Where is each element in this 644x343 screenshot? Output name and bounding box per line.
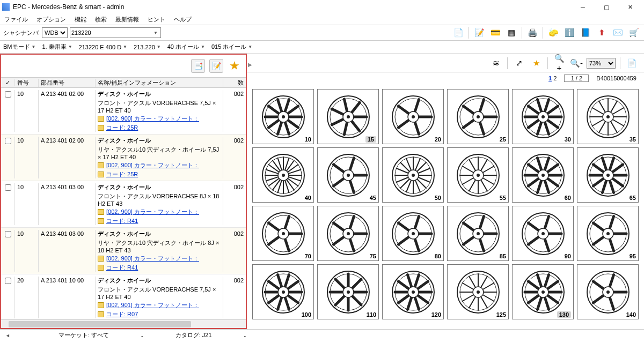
part-name: ディスク・ホイール bbox=[98, 230, 221, 238]
table-row[interactable]: 20A 213 401 10 00ディスク・ホイールフロント・アクスル VORD… bbox=[1, 274, 246, 319]
col-header-desc[interactable]: 名称/補足インフォメーション bbox=[96, 79, 223, 87]
wheel-tile[interactable]: 95 bbox=[577, 206, 639, 261]
favorite-star-icon[interactable]: ★ bbox=[228, 59, 241, 73]
wheel-tile[interactable]: 80 bbox=[382, 206, 444, 261]
wheel-tile[interactable]: 125 bbox=[447, 264, 509, 319]
wheel-tile[interactable]: 70 bbox=[252, 206, 314, 261]
filter-icon[interactable]: ≋ bbox=[489, 56, 503, 70]
menu-hint[interactable]: ヒント bbox=[145, 14, 167, 25]
wheel-tile[interactable]: 110 bbox=[317, 264, 379, 319]
crumb-group[interactable]: 40 ホイール▼ bbox=[167, 43, 205, 51]
wheel-tile[interactable]: 90 bbox=[512, 206, 574, 261]
wheel-tile[interactable]: 20 bbox=[382, 89, 444, 144]
menu-option[interactable]: オプション bbox=[34, 14, 68, 25]
crumb-variant[interactable]: 213.220▼ bbox=[134, 44, 161, 50]
page-icon[interactable]: 📄 bbox=[625, 56, 639, 70]
code-link[interactable]: コード: 25R bbox=[106, 170, 138, 178]
info-icon[interactable]: ℹ️ bbox=[562, 26, 576, 40]
close-button[interactable]: ✕ bbox=[618, 0, 642, 14]
code-link[interactable]: コード: R07 bbox=[106, 310, 138, 318]
row-qty: 002 bbox=[223, 230, 246, 272]
cart-icon[interactable]: 🛒 bbox=[627, 26, 641, 40]
crumb-bmmode[interactable]: BMモード▼ bbox=[3, 43, 35, 51]
col-header-num[interactable]: 番号 bbox=[15, 79, 39, 87]
row-checkbox[interactable] bbox=[5, 278, 11, 284]
wheel-tile[interactable]: 45 bbox=[317, 147, 379, 203]
col-header-part[interactable]: 部品番号 bbox=[39, 79, 96, 87]
wheel-tile[interactable]: 10 bbox=[252, 89, 314, 144]
car-icon[interactable]: ⬆ bbox=[595, 26, 609, 40]
doc-delete-icon[interactable]: 📄 bbox=[451, 26, 465, 40]
wheel-tile[interactable]: 140 bbox=[577, 264, 639, 319]
page-2-link[interactable]: 2 bbox=[553, 75, 557, 81]
code-link[interactable]: コード: 25R bbox=[106, 124, 138, 132]
crumb-subgroup[interactable]: 015 ホイール▼ bbox=[211, 43, 252, 51]
fit-icon[interactable]: ⤢ bbox=[512, 56, 526, 70]
footnote-link[interactable]: [002, 900] カラー・フットノート： bbox=[106, 115, 199, 123]
row-checkbox[interactable] bbox=[5, 184, 11, 191]
menu-file[interactable]: ファイル bbox=[2, 14, 30, 25]
footnote-link[interactable]: [002, 900] カラー・フットノート： bbox=[106, 208, 199, 216]
zoom-out-icon[interactable]: 🔍- bbox=[569, 56, 583, 70]
chassis-prefix-select[interactable]: WDB bbox=[42, 27, 68, 38]
wheel-tile[interactable]: 55 bbox=[447, 147, 509, 203]
wheel-tile[interactable]: 75 bbox=[317, 206, 379, 261]
zoom-in-icon[interactable]: 🔍+ bbox=[552, 56, 566, 70]
horizontal-scrollbar[interactable] bbox=[1, 319, 246, 328]
table-row[interactable]: 10A 213 401 03 00ディスク・ホイールフロント・アクスル VORD… bbox=[1, 181, 246, 228]
card-icon[interactable]: 💳 bbox=[488, 26, 502, 40]
wheel-tile[interactable]: 50 bbox=[382, 147, 444, 203]
wheel-tile[interactable]: 25 bbox=[447, 89, 509, 144]
page-1-link[interactable]: 1 bbox=[548, 75, 552, 81]
menu-function[interactable]: 機能 bbox=[72, 14, 89, 25]
wheel-tile[interactable]: 65 bbox=[577, 147, 639, 203]
wheel-tile[interactable]: 30 bbox=[512, 89, 574, 144]
wheel-tile[interactable]: 40 bbox=[252, 147, 314, 203]
wheel-tile[interactable]: 130 bbox=[512, 264, 574, 319]
note-edit-icon[interactable]: 📝 bbox=[472, 26, 486, 40]
minimize-button[interactable]: ─ bbox=[571, 0, 595, 14]
copy-icon[interactable]: 📑 bbox=[191, 59, 205, 73]
crumb-vehicle-type[interactable]: 1. 乗用車▼ bbox=[42, 43, 72, 51]
svg-point-205 bbox=[477, 232, 480, 235]
maximize-button[interactable]: ▢ bbox=[595, 0, 618, 14]
footnote-link[interactable]: [002, 900] カラー・フットノート： bbox=[106, 255, 199, 263]
code-link[interactable]: コード: R41 bbox=[106, 217, 138, 225]
table-body[interactable]: 10A 213 401 02 00ディスク・ホイールフロント・アクスル VORD… bbox=[1, 88, 246, 319]
eraser-icon[interactable]: 🧽 bbox=[546, 26, 560, 40]
table-row[interactable]: 10A 213 401 02 00ディスク・ホイールリヤ・アクスル10 穴ディス… bbox=[1, 135, 246, 181]
zoom-select[interactable]: 73% bbox=[587, 58, 616, 69]
menu-search[interactable]: 検索 bbox=[93, 14, 109, 25]
wheel-tile[interactable]: 15 bbox=[317, 89, 379, 144]
mail-icon[interactable]: ✉️ bbox=[611, 26, 625, 40]
table-row[interactable]: 10A 213 401 03 00ディスク・ホイールリヤ・アクスル10 穴ディス… bbox=[1, 228, 246, 274]
statusbar-collapse-icon[interactable]: ◄ bbox=[5, 333, 10, 338]
grid-icon[interactable]: ▦ bbox=[504, 26, 518, 40]
row-checkbox[interactable] bbox=[5, 91, 11, 98]
col-header-check[interactable]: ✓ bbox=[1, 79, 15, 86]
wheel-tile[interactable]: 100 bbox=[252, 264, 314, 319]
svg-line-229 bbox=[277, 297, 281, 309]
footnote-link[interactable]: [002, 900] カラー・フットノート： bbox=[106, 161, 199, 169]
wheel-tile[interactable]: 120 bbox=[382, 264, 444, 319]
footnote-link[interactable]: [002, 901] カラー・フットノート： bbox=[106, 301, 199, 309]
crumb-model[interactable]: 213220 E 400 D▼ bbox=[79, 44, 127, 50]
table-row[interactable]: 10A 213 401 02 00ディスク・ホイールフロント・アクスル VORD… bbox=[1, 88, 246, 135]
edit-note-icon[interactable]: 📝 bbox=[209, 59, 223, 73]
svg-line-201 bbox=[463, 237, 473, 244]
row-checkbox[interactable] bbox=[5, 231, 11, 237]
row-checkbox[interactable] bbox=[5, 138, 11, 144]
wheel-tile[interactable]: 60 bbox=[512, 147, 574, 203]
print-icon[interactable]: 🖨️ bbox=[525, 26, 539, 40]
wheel-tile[interactable]: 85 bbox=[447, 206, 509, 261]
wheel-gallery[interactable]: 1015202530354045505560657075808590951001… bbox=[247, 84, 644, 329]
menu-latest[interactable]: 最新情報 bbox=[113, 14, 141, 25]
code-link[interactable]: コード: R41 bbox=[106, 264, 138, 272]
book-icon[interactable]: 📘 bbox=[579, 26, 592, 40]
star-icon[interactable]: ★ bbox=[529, 56, 543, 70]
col-header-qty[interactable]: 数 bbox=[223, 79, 246, 87]
wheel-tile[interactable]: 35 bbox=[577, 89, 639, 144]
menu-help[interactable]: ヘルプ bbox=[172, 14, 194, 25]
chassis-input[interactable] bbox=[70, 27, 161, 38]
pane-expand-handle[interactable]: ▶ bbox=[247, 54, 253, 75]
